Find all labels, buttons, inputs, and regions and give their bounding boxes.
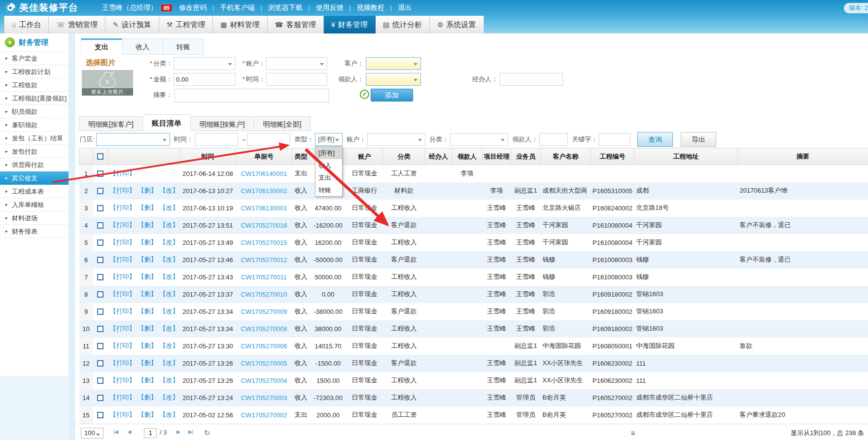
row-action-link[interactable]: 【打印】 — [110, 342, 136, 349]
type-option[interactable]: 收入 — [315, 159, 342, 171]
nav-tab-统计分析[interactable]: ▤统计分析 — [376, 16, 430, 34]
row-action-link[interactable]: 【改】 — [160, 325, 179, 332]
prev-page-icon[interactable]: ◀ — [127, 429, 131, 435]
row-action-link[interactable]: 【删】 — [138, 307, 157, 315]
row-checkbox[interactable] — [97, 205, 104, 211]
nav-tab-客服管理[interactable]: ☎客服管理 — [268, 16, 324, 34]
doc-number-link[interactable]: CW1706130001 — [241, 204, 287, 212]
row-action-link[interactable]: 【改】 — [160, 221, 179, 229]
row-action-link[interactable]: 【删】 — [138, 411, 157, 418]
export-button[interactable]: 导出 — [681, 132, 716, 147]
row-action-link[interactable]: 【删】 — [138, 325, 157, 332]
row-action-link[interactable]: 【删】 — [138, 342, 157, 349]
agent-input[interactable] — [500, 73, 563, 86]
ledger-tab[interactable]: 明细账[按账户] — [191, 116, 254, 131]
search-button[interactable]: 查询 — [637, 132, 673, 147]
ledger-tab[interactable]: 账目清单 — [143, 114, 191, 131]
list-options-icon[interactable]: ≡ — [631, 429, 635, 437]
row-action-link[interactable]: 【打印】 — [110, 187, 136, 194]
doc-number-link[interactable]: CW1705270015 — [241, 239, 287, 246]
category-select[interactable] — [174, 57, 236, 70]
sidebar-item[interactable]: ▸兼职领款 — [0, 118, 69, 132]
row-checkbox[interactable] — [97, 343, 104, 349]
next-page-icon[interactable]: ▶ — [176, 429, 180, 435]
add-button[interactable]: 添加 — [371, 89, 413, 102]
row-action-link[interactable]: 【打印】 — [110, 307, 136, 315]
row-checkbox[interactable] — [97, 188, 104, 194]
row-action-link[interactable]: 【改】 — [160, 394, 179, 401]
account-select[interactable] — [266, 57, 327, 70]
amount-input[interactable] — [174, 73, 236, 86]
row-action-link[interactable]: 【打印】 — [110, 256, 136, 263]
page-size-select[interactable]: 100 — [81, 428, 104, 439]
row-action-link[interactable]: 【打印】 — [110, 325, 136, 332]
row-checkbox[interactable] — [97, 222, 104, 229]
store-filter-select[interactable] — [96, 133, 170, 146]
topbar-menu-item[interactable]: 视频教程 — [357, 3, 384, 12]
topbar-menu-item[interactable]: 使用反馈 — [316, 3, 344, 12]
sidebar-item[interactable]: ▸工程收款计划 — [0, 65, 69, 78]
category-filter-select[interactable] — [450, 133, 508, 146]
customer-select[interactable] — [366, 57, 421, 70]
doc-number-link[interactable]: CW1705270008 — [241, 325, 287, 333]
sidebar-header[interactable]: ▼ 财务管理 — [0, 34, 69, 52]
account-filter-select[interactable] — [367, 133, 425, 146]
last-page-icon[interactable]: ▶| — [188, 429, 193, 435]
doc-number-link[interactable]: CW1705270002 — [241, 411, 287, 419]
doc-number-link[interactable]: CW1706140001 — [241, 170, 287, 177]
row-checkbox[interactable] — [97, 412, 104, 418]
sidebar-item[interactable]: ▸发包（工长）结算 — [0, 132, 69, 145]
doc-number-link[interactable]: CW1705270016 — [241, 222, 287, 229]
row-action-link[interactable]: 【打印】 — [110, 411, 136, 418]
row-action-link[interactable]: 【改】 — [160, 359, 179, 367]
type-option[interactable]: 转账 — [315, 184, 342, 196]
row-checkbox[interactable] — [97, 170, 104, 177]
refresh-icon[interactable]: ↻ — [204, 429, 210, 438]
row-action-link[interactable]: 【删】 — [138, 187, 157, 194]
row-action-link[interactable]: 【打印】 — [110, 169, 136, 177]
type-option[interactable]: [所有] — [315, 147, 342, 159]
doc-number-link[interactable]: CW1705270004 — [241, 377, 287, 384]
row-action-link[interactable]: 【删】 — [138, 238, 157, 246]
notification-badge[interactable]: 89 — [161, 4, 172, 11]
row-checkbox[interactable] — [97, 360, 104, 367]
row-action-link[interactable]: 【打印】 — [110, 290, 136, 298]
doc-number-link[interactable]: CW1705270005 — [241, 360, 287, 367]
summary-input[interactable] — [174, 89, 329, 102]
nav-tab-工程管理[interactable]: ⚒工程管理 — [159, 16, 213, 34]
time-to-input[interactable] — [247, 133, 290, 146]
row-checkbox[interactable] — [97, 257, 104, 263]
sidebar-item[interactable]: ▸工程收款 — [0, 78, 69, 92]
form-tab-转账[interactable]: 转账 — [163, 38, 204, 55]
doc-number-link[interactable]: CW1705270010 — [241, 291, 287, 298]
sidebar-item[interactable]: ▸工程成本表 — [0, 185, 69, 198]
row-action-link[interactable]: 【删】 — [138, 256, 157, 263]
time-input[interactable] — [266, 73, 327, 86]
row-action-link[interactable]: 【改】 — [160, 204, 179, 211]
doc-number-link[interactable]: CW1705270011 — [241, 273, 287, 281]
row-action-link[interactable]: 【删】 — [138, 376, 157, 384]
row-action-link[interactable]: 【改】 — [160, 187, 179, 194]
row-action-link[interactable]: 【打印】 — [110, 221, 136, 229]
sidebar-item[interactable]: ▸供货商付款 — [0, 158, 69, 171]
current-user[interactable]: 王雪峰（总经理） — [102, 3, 157, 12]
payee-select[interactable] — [366, 73, 421, 86]
row-action-link[interactable]: 【删】 — [138, 290, 157, 298]
type-option[interactable]: 支出 — [315, 171, 342, 184]
nav-tab-财务管理[interactable]: ¥财务管理 — [324, 16, 376, 34]
first-page-icon[interactable]: |◀ — [113, 429, 118, 435]
row-action-link[interactable]: 【改】 — [160, 307, 179, 315]
image-placeholder[interactable]: ¥ 暂未上传图片 — [82, 70, 133, 96]
nav-tab-营销管理[interactable]: ☏营销管理 — [49, 16, 105, 34]
form-tab-支出[interactable]: 支出 — [81, 38, 122, 55]
doc-number-link[interactable]: CW1705270006 — [241, 342, 287, 350]
nav-tab-设计预算[interactable]: ✎设计预算 — [105, 16, 159, 34]
doc-number-link[interactable]: CW1705270012 — [241, 256, 287, 264]
row-action-link[interactable]: 【删】 — [138, 273, 157, 280]
row-action-link[interactable]: 【打印】 — [110, 273, 136, 280]
row-checkbox[interactable] — [97, 326, 104, 332]
image-picker-title[interactable]: 选择图片 — [86, 58, 115, 68]
row-action-link[interactable]: 【打印】 — [110, 394, 136, 401]
row-action-link[interactable]: 【删】 — [138, 221, 157, 229]
row-checkbox[interactable] — [97, 395, 104, 401]
